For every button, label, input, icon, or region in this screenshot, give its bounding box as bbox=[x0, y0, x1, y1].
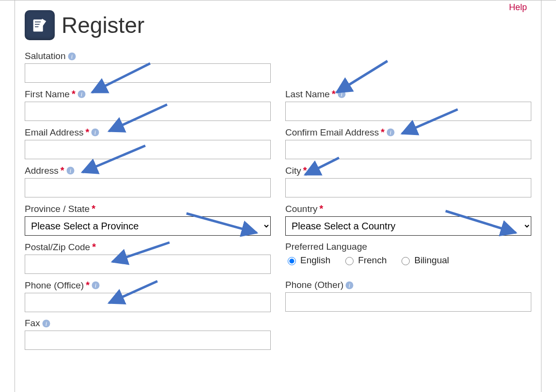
email-label: Email Address bbox=[25, 127, 83, 138]
required-asterisk: * bbox=[303, 165, 307, 176]
page-title: Register bbox=[62, 12, 144, 38]
fax-label: Fax bbox=[25, 318, 40, 329]
radio-french-label: French bbox=[358, 255, 386, 266]
required-asterisk: * bbox=[61, 165, 64, 176]
field-country: Country * Please Select a Country bbox=[285, 197, 531, 236]
required-asterisk: * bbox=[320, 203, 324, 214]
fax-input[interactable] bbox=[25, 331, 271, 350]
field-confirm-email: Confirm Email Address * i bbox=[285, 121, 531, 159]
field-first-name: First Name * i bbox=[25, 83, 271, 121]
info-icon[interactable]: i bbox=[345, 281, 354, 289]
required-asterisk: * bbox=[72, 89, 76, 100]
preferred-language-label: Preferred Language bbox=[285, 241, 367, 252]
phone-office-label: Phone (Office) bbox=[25, 280, 84, 291]
field-city: City * i bbox=[285, 159, 531, 197]
phone-other-input[interactable] bbox=[285, 292, 531, 312]
info-icon[interactable]: i bbox=[338, 90, 346, 98]
info-icon[interactable]: i bbox=[68, 52, 76, 60]
radio-french[interactable]: French bbox=[343, 255, 386, 266]
field-address: Address * i bbox=[25, 159, 271, 197]
form-grid: Salutation i First Name * i L bbox=[25, 45, 531, 350]
form-container: Register Salutation i First Name * bbox=[15, 0, 541, 392]
field-phone-office: Phone (Office) * i bbox=[25, 274, 271, 312]
required-asterisk: * bbox=[85, 127, 89, 138]
field-last-name: Last Name * i bbox=[285, 83, 531, 121]
email-input[interactable] bbox=[25, 140, 271, 159]
postal-input[interactable] bbox=[25, 255, 271, 274]
salutation-label: Salutation bbox=[25, 51, 66, 61]
radio-bilingual-input[interactable] bbox=[402, 257, 410, 265]
radio-french-input[interactable] bbox=[345, 257, 354, 265]
info-icon[interactable]: i bbox=[91, 128, 99, 136]
phone-other-label: Phone (Other) bbox=[285, 280, 343, 290]
svg-text:i: i bbox=[349, 282, 350, 288]
field-postal: Postal/Zip Code * bbox=[25, 236, 271, 274]
country-select[interactable]: Please Select a Country bbox=[285, 216, 531, 236]
address-input[interactable] bbox=[25, 178, 271, 197]
info-icon[interactable]: i bbox=[309, 166, 317, 175]
radio-english[interactable]: English bbox=[285, 255, 330, 266]
field-fax: Fax i bbox=[25, 312, 271, 350]
address-label: Address bbox=[25, 166, 59, 176]
field-province: Province / State * Please Select a Provi… bbox=[25, 197, 271, 236]
city-input[interactable] bbox=[285, 178, 531, 197]
svg-text:i: i bbox=[94, 129, 96, 136]
last-name-input[interactable] bbox=[285, 102, 531, 121]
svg-text:i: i bbox=[69, 167, 71, 174]
required-asterisk: * bbox=[332, 89, 336, 100]
radio-bilingual-label: Bilingual bbox=[414, 255, 449, 266]
svg-text:i: i bbox=[312, 167, 313, 174]
last-name-label: Last Name bbox=[285, 89, 330, 100]
info-icon[interactable]: i bbox=[77, 90, 86, 98]
page-frame: Help Register Salutation i bbox=[0, 0, 556, 392]
svg-text:i: i bbox=[95, 282, 96, 289]
required-asterisk: * bbox=[381, 127, 385, 138]
svg-text:i: i bbox=[81, 91, 82, 98]
radio-english-input[interactable] bbox=[288, 257, 296, 265]
postal-label: Postal/Zip Code bbox=[25, 242, 90, 253]
confirm-email-input[interactable] bbox=[285, 140, 531, 159]
confirm-email-label: Confirm Email Address bbox=[285, 127, 379, 138]
required-asterisk: * bbox=[92, 203, 95, 214]
svg-text:i: i bbox=[341, 91, 342, 98]
radio-bilingual[interactable]: Bilingual bbox=[399, 255, 449, 266]
info-icon[interactable]: i bbox=[66, 166, 75, 175]
province-select[interactable]: Please Select a Province bbox=[25, 216, 271, 236]
field-preferred-language: Preferred Language English French Biling… bbox=[285, 236, 531, 274]
field-email: Email Address * i bbox=[25, 121, 271, 159]
first-name-input[interactable] bbox=[25, 102, 271, 121]
province-label: Province / State bbox=[25, 204, 90, 214]
required-asterisk: * bbox=[92, 241, 96, 253]
svg-text:i: i bbox=[46, 320, 47, 327]
page-title-row: Register bbox=[25, 10, 531, 40]
first-name-label: First Name bbox=[25, 89, 70, 100]
register-icon bbox=[25, 10, 55, 40]
svg-text:i: i bbox=[390, 129, 391, 136]
required-asterisk: * bbox=[86, 280, 90, 291]
info-icon[interactable]: i bbox=[92, 281, 100, 289]
field-phone-other: Phone (Other) i bbox=[285, 274, 531, 312]
field-salutation: Salutation i bbox=[25, 45, 271, 83]
phone-office-input[interactable] bbox=[25, 293, 271, 312]
svg-text:i: i bbox=[71, 53, 72, 60]
salutation-input[interactable] bbox=[25, 63, 271, 83]
info-icon[interactable]: i bbox=[386, 128, 395, 136]
country-label: Country bbox=[285, 204, 318, 214]
info-icon[interactable]: i bbox=[42, 319, 50, 328]
city-label: City bbox=[285, 166, 301, 176]
radio-english-label: English bbox=[300, 255, 330, 266]
